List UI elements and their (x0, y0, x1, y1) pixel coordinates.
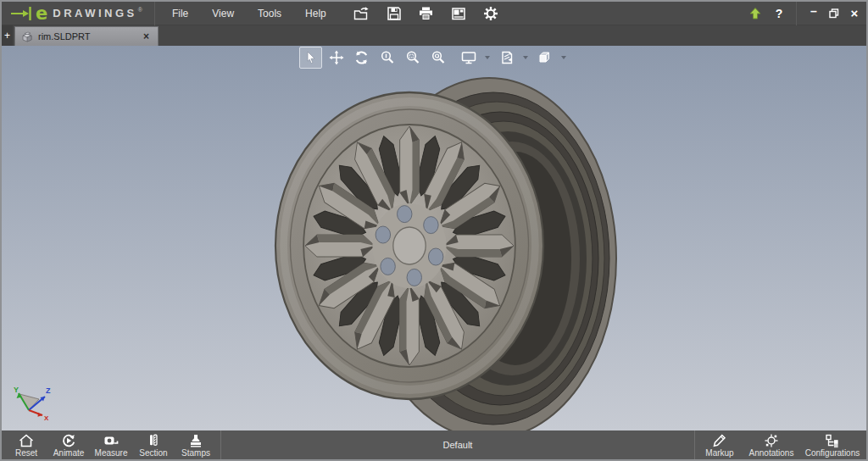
bottom-right-group: Markup Annotations (695, 430, 866, 459)
restore-button[interactable] (824, 3, 844, 24)
tab-close-icon: × (143, 31, 149, 42)
zoom-to-area-button[interactable] (401, 47, 424, 69)
zoom-to-fit-icon (431, 50, 446, 65)
view-toolbar (299, 46, 569, 69)
view-mode-button[interactable] (495, 47, 518, 69)
annotations-label: Annotations (749, 449, 794, 458)
rim-3d-model[interactable] (2, 46, 866, 430)
print-button[interactable] (416, 3, 437, 24)
menu-help[interactable]: Help (293, 2, 338, 25)
send-button[interactable] (448, 3, 469, 24)
menu-view[interactable]: View (200, 2, 246, 25)
pan-icon (329, 50, 344, 65)
part-document-icon (21, 31, 33, 42)
bottom-left-group: Reset Animate Measure (2, 430, 220, 459)
triad-y-label: Y (14, 386, 19, 394)
green-up-arrow-icon (748, 7, 762, 20)
view-orientation-button[interactable] (533, 47, 556, 69)
configuration-name: Default (443, 440, 473, 450)
tab-rim-sldprt[interactable]: rim.SLDPRT × (14, 26, 159, 46)
options-button[interactable] (481, 3, 501, 24)
full-screen-dropdown[interactable] (485, 56, 490, 59)
bottom-toolbar: Reset Animate Measure (2, 430, 866, 459)
brand-name: DRAWINGS (53, 7, 137, 19)
zoom-to-fit-button[interactable] (426, 47, 449, 69)
section-label: Section (139, 449, 167, 458)
menu-view-label: View (212, 8, 234, 19)
measure-icon (103, 433, 120, 448)
markup-label: Markup (705, 449, 733, 458)
titlebar-right: ? – × (745, 2, 866, 25)
measure-label: Measure (95, 449, 128, 458)
configurations-icon (824, 433, 841, 448)
edrawings-arrow-icon (10, 5, 34, 22)
brand-e: e (36, 5, 47, 22)
pencil-icon (711, 433, 728, 448)
close-button[interactable]: × (844, 3, 865, 24)
animate-label: Animate (53, 449, 85, 458)
view-mode-dropdown[interactable] (523, 56, 528, 59)
upgrade-button[interactable] (745, 3, 765, 24)
reference-triad: Y Z X (12, 385, 53, 420)
view-orientation-dropdown[interactable] (561, 56, 566, 59)
view-mode-icon (499, 50, 515, 65)
measure-button[interactable]: Measure (90, 430, 132, 459)
minimize-label: – (810, 4, 817, 18)
animate-button[interactable]: Animate (47, 430, 90, 459)
tab-bar: + rim.SLDPRT × (2, 25, 866, 46)
orientation-cube-icon (537, 50, 553, 65)
menu-file-label: File (172, 8, 188, 19)
section-icon (145, 433, 162, 448)
close-label: × (851, 6, 859, 20)
window-controls: – × (804, 3, 866, 24)
rim-front-face (275, 92, 543, 399)
menu-file[interactable]: File (160, 2, 200, 25)
configurations-label: Configurations (805, 449, 860, 458)
help-button[interactable]: ? (769, 3, 789, 24)
markup-button[interactable]: Markup (698, 430, 741, 459)
divider (796, 2, 797, 25)
section-button[interactable]: Section (132, 430, 175, 459)
brand-registered: ® (138, 7, 142, 13)
save-button[interactable] (384, 3, 404, 24)
menu-help-label: Help (305, 8, 326, 19)
annotations-button[interactable]: Annotations (741, 430, 802, 459)
open-button[interactable] (352, 3, 372, 24)
pan-tool-button[interactable] (325, 47, 348, 69)
menu-tools[interactable]: Tools (246, 2, 293, 25)
zoom-in-out-button[interactable] (376, 47, 398, 69)
options-gear-icon (483, 6, 498, 21)
titlebar: e DRAWINGS ® File View Tools Help (2, 2, 866, 25)
full-screen-icon (460, 50, 477, 65)
rotate-tool-button[interactable] (350, 47, 373, 69)
stamp-icon (187, 433, 204, 448)
edrawings-window: e DRAWINGS ® File View Tools Help (0, 0, 868, 461)
configurations-button[interactable]: Configurations (802, 430, 863, 459)
help-label: ? (769, 7, 789, 20)
edrawings-logo: e DRAWINGS ® (2, 2, 154, 25)
home-icon (18, 433, 35, 448)
new-tab-label: + (4, 30, 10, 42)
minimize-button[interactable]: – (804, 3, 824, 24)
new-tab-button[interactable]: + (2, 25, 13, 46)
menu-bar: File View Tools Help (160, 2, 338, 25)
stamps-label: Stamps (181, 449, 210, 458)
save-icon (387, 6, 402, 21)
menu-tools-label: Tools (258, 8, 281, 19)
center-bore (393, 227, 426, 264)
zoom-to-area-icon (405, 50, 420, 65)
open-document-icon (353, 6, 370, 21)
stamps-button[interactable]: Stamps (175, 430, 217, 459)
animate-icon (60, 433, 77, 448)
print-icon (418, 6, 434, 21)
reset-button[interactable]: Reset (5, 430, 47, 459)
model-viewport[interactable]: Y Z X (2, 46, 866, 430)
restore-icon (829, 8, 839, 19)
rotate-icon (353, 50, 370, 65)
select-tool-button[interactable] (299, 47, 322, 69)
annotations-icon (763, 433, 780, 448)
tab-label: rim.SLDPRT (38, 31, 136, 42)
tab-close-button[interactable]: × (142, 31, 151, 42)
send-icon (451, 6, 466, 21)
full-screen-button[interactable] (457, 47, 480, 69)
